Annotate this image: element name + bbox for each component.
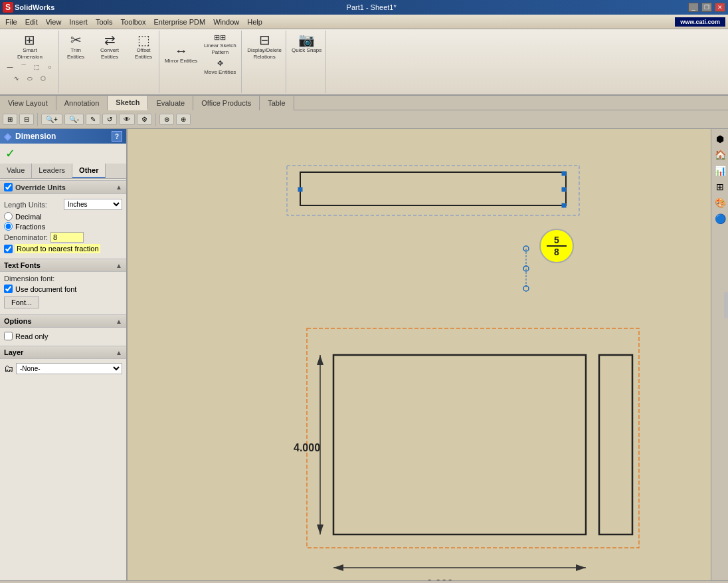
layer-label: Layer — [4, 348, 23, 356]
menu-toolbox[interactable]: Toolbox — [118, 17, 149, 27]
tabbar: View Layout Annotation Sketch Evaluate O… — [0, 96, 728, 110]
layer-section-header[interactable]: Layer ▲ — [0, 346, 126, 359]
svg-rect-1 — [300, 172, 566, 205]
use-document-font-row: Use document font — [4, 285, 122, 293]
toolbar2-zoom-out[interactable]: 🔍- — [64, 114, 84, 125]
toolbar-ellipse-button[interactable]: ⬭ — [24, 74, 36, 84]
menu-insert[interactable]: Insert — [66, 17, 90, 27]
menu-view[interactable]: View — [43, 17, 64, 27]
restore-button[interactable]: ❐ — [701, 3, 712, 12]
length-units-select[interactable]: Inches Millimeters Centimeters Feet — [64, 199, 122, 210]
close-button[interactable]: ✕ — [715, 3, 725, 12]
panel-tab-value[interactable]: Value — [0, 164, 32, 178]
override-units-checkbox[interactable] — [4, 183, 13, 191]
decimal-label: Decimal — [15, 213, 42, 221]
layer-icon: 🗂 — [4, 363, 13, 374]
text-fonts-collapse-icon: ▲ — [116, 262, 122, 269]
length-units-row: Length Units: Inches Millimeters Centime… — [4, 199, 122, 210]
right-sidebar-btn3[interactable]: 📊 — [713, 164, 727, 178]
svg-marker-14 — [317, 355, 323, 365]
toolbar2-zoom-in[interactable]: 🔍+ — [41, 114, 62, 125]
main-area: ◈ Dimension ? ✓ Value Leaders Other Over… — [0, 129, 728, 580]
right-sidebar-btn2[interactable]: 🏠 — [713, 148, 727, 162]
menu-edit[interactable]: Edit — [23, 17, 41, 27]
text-fonts-section-header[interactable]: Text Fonts ▲ — [0, 259, 126, 272]
panel-help-icon[interactable]: ? — [112, 131, 122, 142]
svg-rect-10 — [307, 328, 639, 548]
options-label: Options — [4, 317, 32, 325]
toolbar2-settings[interactable]: ⚙ — [137, 114, 152, 125]
mirror-group: ↔ Mirror Entities ⊞⊞ Linear Sketch Patte… — [161, 31, 242, 93]
options-collapse-icon: ▲ — [116, 318, 122, 325]
svg-rect-5 — [562, 187, 566, 191]
layer-select[interactable]: -None- — [16, 363, 122, 374]
tab-table[interactable]: Table — [260, 96, 294, 110]
left-panel: ◈ Dimension ? ✓ Value Leaders Other Over… — [0, 129, 128, 580]
override-units-section-header[interactable]: Override Units ▲ — [0, 180, 126, 194]
use-document-font-checkbox[interactable] — [4, 285, 13, 293]
convert-entities-button[interactable]: ⇄ Convert Entities — [91, 32, 128, 61]
fractions-radio[interactable] — [4, 222, 13, 231]
main-drawing: 4.000 6.000 — [147, 322, 692, 580]
toolbar2-icon2[interactable]: ⊟ — [19, 114, 34, 125]
toolbar-rect-button[interactable]: ⬚ — [31, 62, 43, 72]
confirm-button[interactable]: ✓ — [4, 146, 17, 162]
tab-sketch[interactable]: Sketch — [108, 96, 148, 110]
toolbar-spline-button[interactable]: ∿ — [11, 74, 23, 84]
svg-marker-15 — [317, 525, 323, 534]
mirror-entities-button[interactable]: ↔ Mirror Entities — [163, 32, 199, 76]
tab-view-layout[interactable]: View Layout — [0, 96, 56, 110]
toolbar2-sketch-icon2[interactable]: ⊕ — [176, 114, 191, 125]
decimal-radio[interactable] — [4, 212, 13, 221]
override-units-label: Override Units — [15, 183, 66, 191]
tab-evaluate[interactable]: Evaluate — [148, 96, 193, 110]
quick-snaps-button[interactable]: 📷 Quick Snaps — [290, 32, 323, 55]
smart-dimension-button[interactable]: ⊞ SmartDimension — [16, 32, 44, 61]
menu-file[interactable]: File — [3, 17, 20, 27]
move-entities-button[interactable]: ✥ Move Entities — [201, 58, 238, 76]
override-units-collapse-icon: ▲ — [116, 183, 122, 191]
minimize-button[interactable]: _ — [688, 3, 699, 12]
read-only-checkbox[interactable] — [4, 332, 13, 340]
toolbar2-sketch-icon1[interactable]: ⊛ — [159, 114, 174, 125]
denominator-input[interactable] — [50, 232, 84, 243]
linear-sketch-pattern-button[interactable]: ⊞⊞ Linear Sketch Pattern — [201, 32, 238, 57]
toolbar-circle-button[interactable]: ○ — [44, 62, 56, 72]
toolbar2-icon1[interactable]: ⊞ — [3, 114, 17, 125]
toolbar-line-button[interactable]: — — [4, 62, 16, 72]
right-sidebar-btn1[interactable]: ⬢ — [713, 132, 727, 146]
use-document-font-label: Use document font — [15, 285, 76, 293]
panel-tab-leaders[interactable]: Leaders — [32, 164, 72, 178]
toolbar-arc-button[interactable]: ⌒ — [17, 62, 29, 72]
right-sidebar-btn5[interactable]: 🎨 — [713, 195, 727, 210]
toolbar2-view[interactable]: 👁 — [119, 114, 135, 125]
round-nearest-label: Round to nearest fraction — [15, 244, 100, 253]
offset-entities-button[interactable]: ⬚ OffsetEntities — [131, 32, 156, 61]
round-nearest-checkbox[interactable] — [4, 245, 13, 253]
right-sidebar-btn6[interactable]: 🔵 — [713, 211, 727, 226]
svg-marker-18 — [333, 564, 343, 571]
display-delete-relations-button[interactable]: ⊟ Display/DeleteRelations — [246, 32, 283, 61]
read-only-row: Read only — [4, 332, 122, 340]
options-section-header[interactable]: Options ▲ — [0, 314, 126, 328]
dimension-points — [513, 229, 566, 328]
menu-tools[interactable]: Tools — [93, 17, 116, 27]
menu-window[interactable]: Window — [211, 17, 242, 27]
tab-office-products[interactable]: Office Products — [193, 96, 260, 110]
font-button[interactable]: Font... — [4, 296, 39, 308]
right-sidebar-btn4[interactable]: ⊞ — [713, 179, 727, 194]
menu-enterprise-pdm[interactable]: Enterprise PDM — [151, 17, 208, 27]
tab-annotation[interactable]: Annotation — [56, 96, 108, 110]
svg-rect-2 — [562, 172, 566, 175]
toolbar2-pencil[interactable]: ✎ — [86, 114, 100, 125]
trim-convert-group: ✂ TrimEntities ⇄ Convert Entities ⬚ Offs… — [60, 31, 159, 93]
svg-rect-12 — [599, 355, 632, 534]
text-fonts-content: Dimension font: Use document font Font..… — [0, 272, 126, 313]
panel-tab-other[interactable]: Other — [72, 164, 106, 178]
svg-text:4.000: 4.000 — [294, 442, 320, 453]
toolbar-poly-button[interactable]: ⬡ — [37, 74, 49, 84]
menu-help[interactable]: Help — [244, 17, 265, 27]
toolbar2-rotate[interactable]: ↺ — [102, 114, 117, 125]
trim-entities-button[interactable]: ✂ TrimEntities — [63, 32, 88, 61]
round-nearest-row: Round to nearest fraction — [4, 244, 122, 253]
